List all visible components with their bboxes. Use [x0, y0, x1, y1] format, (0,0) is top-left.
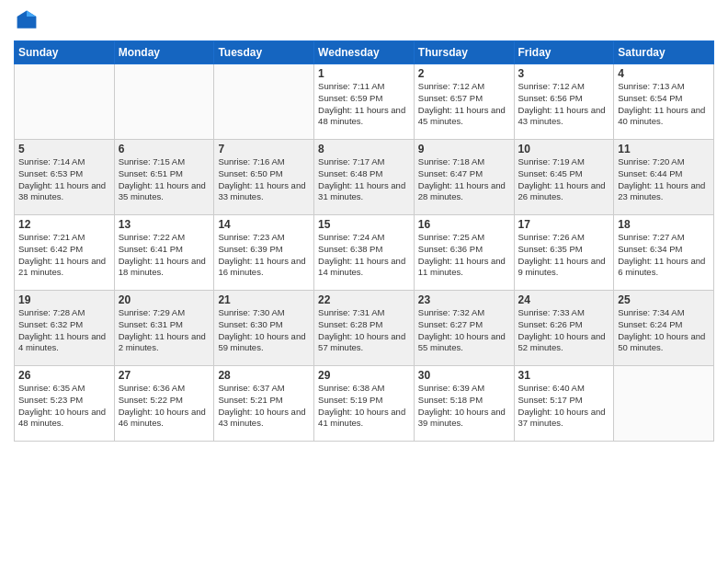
- day-info: Sunrise: 7:21 AM Sunset: 6:42 PM Dayligh…: [18, 232, 110, 279]
- week-row-5: 26Sunrise: 6:35 AM Sunset: 5:23 PM Dayli…: [15, 366, 714, 442]
- logo: [14, 9, 40, 35]
- day-number: 5: [18, 143, 110, 155]
- day-info: Sunrise: 7:16 AM Sunset: 6:50 PM Dayligh…: [218, 156, 310, 203]
- day-number: 29: [318, 369, 410, 382]
- day-info: Sunrise: 7:33 AM Sunset: 6:26 PM Dayligh…: [518, 307, 610, 354]
- day-cell: 21Sunrise: 7:30 AM Sunset: 6:30 PM Dayli…: [214, 291, 314, 366]
- day-number: 28: [218, 369, 310, 382]
- day-cell: 28Sunrise: 6:37 AM Sunset: 5:21 PM Dayli…: [214, 366, 314, 442]
- day-cell: 25Sunrise: 7:34 AM Sunset: 6:24 PM Dayli…: [614, 291, 714, 366]
- day-info: Sunrise: 7:15 AM Sunset: 6:51 PM Dayligh…: [119, 156, 210, 203]
- day-number: 3: [518, 67, 610, 80]
- day-cell: 4Sunrise: 7:13 AM Sunset: 6:54 PM Daylig…: [614, 64, 714, 140]
- day-info: Sunrise: 7:23 AM Sunset: 6:39 PM Dayligh…: [218, 232, 310, 279]
- day-number: 13: [119, 218, 210, 231]
- weekday-header-monday: Monday: [114, 41, 214, 64]
- day-info: Sunrise: 7:18 AM Sunset: 6:47 PM Dayligh…: [418, 156, 510, 203]
- day-number: 24: [518, 293, 610, 306]
- day-info: Sunrise: 7:17 AM Sunset: 6:48 PM Dayligh…: [318, 156, 410, 203]
- day-number: 7: [218, 143, 310, 155]
- day-number: 30: [418, 369, 510, 382]
- weekday-header-thursday: Thursday: [414, 41, 514, 64]
- day-info: Sunrise: 7:24 AM Sunset: 6:38 PM Dayligh…: [318, 232, 410, 279]
- day-cell: 23Sunrise: 7:32 AM Sunset: 6:27 PM Dayli…: [414, 291, 514, 366]
- day-number: 2: [418, 67, 510, 80]
- day-number: 12: [18, 218, 110, 231]
- day-number: 14: [218, 218, 310, 231]
- day-number: 15: [318, 218, 410, 231]
- day-cell: 20Sunrise: 7:29 AM Sunset: 6:31 PM Dayli…: [114, 291, 214, 366]
- day-info: Sunrise: 7:32 AM Sunset: 6:27 PM Dayligh…: [418, 307, 510, 354]
- day-info: Sunrise: 7:22 AM Sunset: 6:41 PM Dayligh…: [119, 232, 210, 279]
- day-cell: 13Sunrise: 7:22 AM Sunset: 6:41 PM Dayli…: [114, 215, 214, 291]
- day-info: Sunrise: 7:30 AM Sunset: 6:30 PM Dayligh…: [218, 307, 310, 354]
- week-row-2: 5Sunrise: 7:14 AM Sunset: 6:53 PM Daylig…: [15, 140, 714, 215]
- day-cell: 31Sunrise: 6:40 AM Sunset: 5:17 PM Dayli…: [514, 366, 614, 442]
- day-cell: 5Sunrise: 7:14 AM Sunset: 6:53 PM Daylig…: [15, 140, 115, 215]
- day-info: Sunrise: 7:27 AM Sunset: 6:34 PM Dayligh…: [618, 232, 710, 279]
- day-info: Sunrise: 7:19 AM Sunset: 6:45 PM Dayligh…: [518, 156, 610, 203]
- weekday-header-row: SundayMondayTuesdayWednesdayThursdayFrid…: [15, 41, 714, 64]
- day-cell: 24Sunrise: 7:33 AM Sunset: 6:26 PM Dayli…: [514, 291, 614, 366]
- day-info: Sunrise: 7:29 AM Sunset: 6:31 PM Dayligh…: [119, 307, 210, 354]
- day-info: Sunrise: 7:34 AM Sunset: 6:24 PM Dayligh…: [618, 307, 710, 354]
- day-cell: 15Sunrise: 7:24 AM Sunset: 6:38 PM Dayli…: [314, 215, 415, 291]
- day-number: 25: [618, 293, 710, 306]
- weekday-header-saturday: Saturday: [614, 41, 714, 64]
- day-cell: 30Sunrise: 6:39 AM Sunset: 5:18 PM Dayli…: [414, 366, 514, 442]
- day-number: 6: [119, 143, 210, 155]
- day-cell: 26Sunrise: 6:35 AM Sunset: 5:23 PM Dayli…: [15, 366, 115, 442]
- day-info: Sunrise: 7:25 AM Sunset: 6:36 PM Dayligh…: [418, 232, 510, 279]
- day-number: 27: [119, 369, 210, 382]
- day-number: 20: [119, 293, 210, 306]
- day-number: 19: [18, 293, 110, 306]
- day-number: 22: [318, 293, 410, 306]
- svg-marker-1: [27, 11, 36, 17]
- day-cell: 7Sunrise: 7:16 AM Sunset: 6:50 PM Daylig…: [214, 140, 314, 215]
- day-number: 4: [618, 67, 710, 80]
- day-cell: 17Sunrise: 7:26 AM Sunset: 6:35 PM Dayli…: [514, 215, 614, 291]
- day-number: 9: [418, 143, 510, 155]
- weekday-header-sunday: Sunday: [15, 41, 115, 64]
- day-number: 18: [618, 218, 710, 231]
- day-info: Sunrise: 6:35 AM Sunset: 5:23 PM Dayligh…: [18, 383, 110, 430]
- day-cell: 2Sunrise: 7:12 AM Sunset: 6:57 PM Daylig…: [414, 64, 514, 140]
- day-cell: 19Sunrise: 7:28 AM Sunset: 6:32 PM Dayli…: [15, 291, 115, 366]
- day-info: Sunrise: 7:14 AM Sunset: 6:53 PM Dayligh…: [18, 156, 110, 203]
- day-info: Sunrise: 6:40 AM Sunset: 5:17 PM Dayligh…: [518, 383, 610, 430]
- day-info: Sunrise: 6:39 AM Sunset: 5:18 PM Dayligh…: [418, 383, 510, 430]
- day-info: Sunrise: 6:36 AM Sunset: 5:22 PM Dayligh…: [119, 383, 210, 430]
- day-number: 17: [518, 218, 610, 231]
- day-info: Sunrise: 6:38 AM Sunset: 5:19 PM Dayligh…: [318, 383, 410, 430]
- header: [14, 9, 714, 35]
- day-info: Sunrise: 7:11 AM Sunset: 6:59 PM Dayligh…: [318, 81, 410, 128]
- weekday-header-friday: Friday: [514, 41, 614, 64]
- day-cell: 11Sunrise: 7:20 AM Sunset: 6:44 PM Dayli…: [614, 140, 714, 215]
- day-number: 11: [618, 143, 710, 155]
- day-number: 10: [518, 143, 610, 155]
- week-row-3: 12Sunrise: 7:21 AM Sunset: 6:42 PM Dayli…: [15, 215, 714, 291]
- day-cell: 8Sunrise: 7:17 AM Sunset: 6:48 PM Daylig…: [314, 140, 415, 215]
- day-info: Sunrise: 7:28 AM Sunset: 6:32 PM Dayligh…: [18, 307, 110, 354]
- day-number: 1: [318, 67, 410, 80]
- day-cell: 3Sunrise: 7:12 AM Sunset: 6:56 PM Daylig…: [514, 64, 614, 140]
- day-info: Sunrise: 7:31 AM Sunset: 6:28 PM Dayligh…: [318, 307, 410, 354]
- day-cell: 1Sunrise: 7:11 AM Sunset: 6:59 PM Daylig…: [314, 64, 415, 140]
- day-number: 23: [418, 293, 510, 306]
- day-cell: 18Sunrise: 7:27 AM Sunset: 6:34 PM Dayli…: [614, 215, 714, 291]
- day-cell: 10Sunrise: 7:19 AM Sunset: 6:45 PM Dayli…: [514, 140, 614, 215]
- day-cell: [114, 64, 214, 140]
- logo-icon: [16, 9, 38, 31]
- day-cell: 12Sunrise: 7:21 AM Sunset: 6:42 PM Dayli…: [15, 215, 115, 291]
- day-cell: 29Sunrise: 6:38 AM Sunset: 5:19 PM Dayli…: [314, 366, 415, 442]
- day-cell: 22Sunrise: 7:31 AM Sunset: 6:28 PM Dayli…: [314, 291, 415, 366]
- calendar-table: SundayMondayTuesdayWednesdayThursdayFrid…: [14, 40, 714, 442]
- week-row-1: 1Sunrise: 7:11 AM Sunset: 6:59 PM Daylig…: [15, 64, 714, 140]
- weekday-header-wednesday: Wednesday: [314, 41, 415, 64]
- weekday-header-tuesday: Tuesday: [214, 41, 314, 64]
- day-cell: 27Sunrise: 6:36 AM Sunset: 5:22 PM Dayli…: [114, 366, 214, 442]
- day-cell: [214, 64, 314, 140]
- day-cell: [614, 366, 714, 442]
- day-info: Sunrise: 7:26 AM Sunset: 6:35 PM Dayligh…: [518, 232, 610, 279]
- day-info: Sunrise: 7:12 AM Sunset: 6:56 PM Dayligh…: [518, 81, 610, 128]
